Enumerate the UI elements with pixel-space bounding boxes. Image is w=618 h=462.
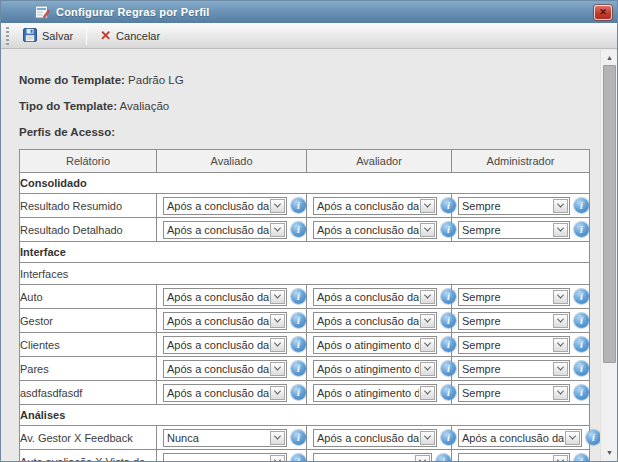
info-icon[interactable]: i: [441, 313, 456, 328]
select-arrow-button[interactable]: [420, 338, 435, 352]
policy-cell: Após a conclusão da etapai: [452, 429, 589, 447]
info-icon[interactable]: i: [291, 222, 306, 237]
select-arrow-button[interactable]: [553, 338, 568, 352]
policy-select[interactable]: Sempre: [458, 288, 570, 306]
policy-select[interactable]: [163, 453, 287, 462]
select-arrow-button[interactable]: [420, 362, 435, 376]
policy-select[interactable]: Após a conclusão da Avalia: [313, 312, 437, 330]
info-icon[interactable]: i: [441, 385, 456, 400]
policy-select[interactable]: Após o atingimento do mín: [313, 384, 437, 402]
info-icon[interactable]: i: [574, 337, 589, 352]
select-arrow-button[interactable]: [553, 199, 568, 213]
policy-select[interactable]: Sempre: [458, 312, 570, 330]
policy-select[interactable]: Após a conclusão da etapa: [163, 336, 287, 354]
select-arrow-button[interactable]: [270, 338, 285, 352]
select-arrow-button[interactable]: [553, 290, 568, 304]
info-icon[interactable]: i: [291, 361, 306, 376]
select-value: Após a conclusão da Avalia: [314, 224, 419, 236]
policy-select[interactable]: Após a conclusão da etapa: [163, 197, 287, 215]
save-button[interactable]: Salvar: [15, 24, 81, 48]
info-icon[interactable]: i: [291, 337, 306, 352]
policy-select[interactable]: Após a conclusão da Avalia: [313, 221, 437, 239]
select-arrow-button[interactable]: [420, 199, 435, 213]
policy-select[interactable]: Após a conclusão da etapa: [163, 384, 287, 402]
info-icon[interactable]: i: [291, 313, 306, 328]
select-arrow-button[interactable]: [270, 431, 285, 445]
row-label: Av. Gestor X Feedback: [20, 426, 157, 450]
info-icon[interactable]: i: [574, 313, 589, 328]
policy-avaliado: Após a conclusão da etapai: [157, 218, 307, 242]
vertical-scrollbar[interactable]: ▲ ▼: [600, 50, 617, 461]
policy-cell: Após a conclusão da etapai: [157, 221, 306, 239]
scrollbar-thumb[interactable]: [603, 65, 616, 363]
select-arrow-button[interactable]: [270, 362, 285, 376]
select-arrow-button[interactable]: [565, 431, 580, 445]
select-arrow-button[interactable]: [420, 431, 435, 445]
select-arrow-button[interactable]: [270, 314, 285, 328]
scroll-down-button[interactable]: ▼: [601, 447, 617, 459]
policy-select[interactable]: Sempre: [458, 221, 570, 239]
select-arrow-button[interactable]: [420, 223, 435, 237]
select-arrow-button[interactable]: [553, 314, 568, 328]
info-icon[interactable]: i: [441, 198, 456, 213]
select-arrow-button[interactable]: [553, 362, 568, 376]
select-arrow-button[interactable]: [420, 290, 435, 304]
info-icon[interactable]: i: [441, 361, 456, 376]
scroll-up-button[interactable]: ▲: [601, 52, 617, 64]
info-icon[interactable]: i: [574, 385, 589, 400]
policy-select[interactable]: Após a conclusão da Autoa: [313, 288, 437, 306]
dialog-body: Nome do Template: Padrão LG Tipo do Temp…: [1, 50, 617, 461]
info-icon[interactable]: i: [441, 430, 456, 445]
info-icon[interactable]: i: [574, 289, 589, 304]
policy-select[interactable]: Sempre: [458, 384, 570, 402]
info-icon[interactable]: i: [574, 454, 589, 461]
chevron-down-icon: [569, 433, 576, 440]
policy-select[interactable]: Após a conclusão da etapa: [163, 360, 287, 378]
info-icon[interactable]: i: [574, 222, 589, 237]
policy-select[interactable]: Após a conclusão da etapa: [163, 288, 287, 306]
info-icon[interactable]: i: [291, 430, 306, 445]
info-icon[interactable]: i: [441, 289, 456, 304]
policy-select[interactable]: Após a conclusão da Avalia: [313, 197, 437, 215]
select-arrow-button[interactable]: [270, 386, 285, 400]
select-arrow-button[interactable]: [270, 199, 285, 213]
info-icon[interactable]: i: [436, 454, 451, 461]
policy-cell: Após a conclusão da Avaliai: [307, 197, 451, 215]
select-arrow-button[interactable]: [415, 455, 430, 462]
policy-cell: i: [157, 453, 306, 462]
select-arrow-button[interactable]: [270, 290, 285, 304]
policy-select[interactable]: Após a conclusão da etapa: [458, 429, 582, 447]
policy-select[interactable]: Após a conclusão da etapa: [163, 312, 287, 330]
info-icon[interactable]: i: [586, 430, 601, 445]
close-button[interactable]: ✕: [594, 5, 612, 20]
info-icon[interactable]: i: [441, 222, 456, 237]
info-icon[interactable]: i: [291, 198, 306, 213]
select-arrow-button[interactable]: [420, 386, 435, 400]
policy-select[interactable]: [313, 453, 432, 462]
policy-select[interactable]: Após o atingimento do mín: [313, 360, 437, 378]
section-row: Análises: [20, 405, 590, 426]
cancel-button[interactable]: ✕ Cancelar: [92, 26, 168, 46]
select-arrow-button[interactable]: [553, 386, 568, 400]
policy-select[interactable]: Após a conclusão da etapa: [313, 429, 437, 447]
select-arrow-button[interactable]: [553, 455, 568, 462]
policy-select[interactable]: [458, 453, 570, 462]
policy-select[interactable]: Sempre: [458, 360, 570, 378]
info-icon[interactable]: i: [291, 385, 306, 400]
select-arrow-button[interactable]: [270, 223, 285, 237]
cancel-icon: ✕: [100, 30, 111, 42]
info-icon[interactable]: i: [291, 289, 306, 304]
info-icon[interactable]: i: [574, 198, 589, 213]
policy-select[interactable]: Nunca: [163, 429, 287, 447]
info-icon[interactable]: i: [291, 454, 306, 461]
policy-select[interactable]: Sempre: [458, 197, 570, 215]
info-icon[interactable]: i: [441, 337, 456, 352]
policy-select[interactable]: Após a conclusão da etapa: [163, 221, 287, 239]
info-icon[interactable]: i: [574, 361, 589, 376]
policy-select[interactable]: Sempre: [458, 336, 570, 354]
select-arrow-button[interactable]: [420, 314, 435, 328]
policy-select[interactable]: Após o atingimento do mín: [313, 336, 437, 354]
policy-cell: Semprei: [452, 312, 589, 330]
select-arrow-button[interactable]: [553, 223, 568, 237]
select-arrow-button[interactable]: [270, 455, 285, 462]
